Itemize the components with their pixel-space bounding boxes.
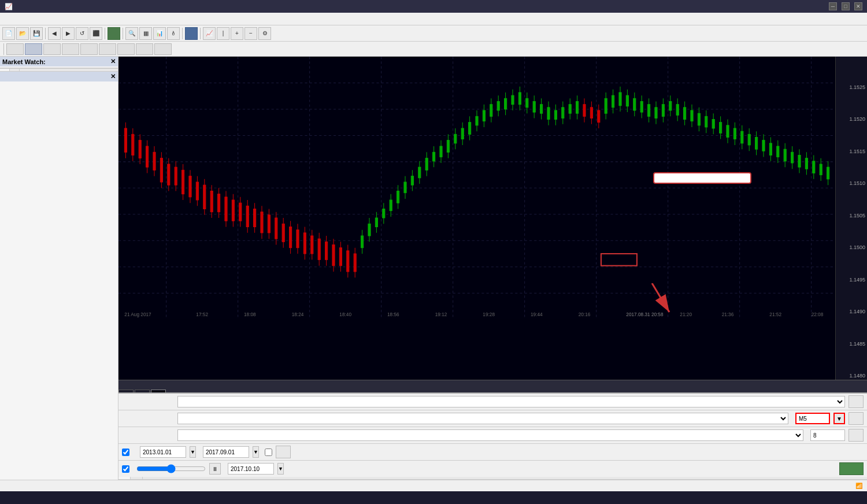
tf-d1[interactable] [117,43,135,55]
menu-tools[interactable] [44,18,53,20]
main-layout: Market Watch: ✕ ✕ [0,57,867,480]
svg-text:18:56: 18:56 [387,312,399,317]
zoom-out-btn[interactable]: − [244,27,257,40]
chart-line-btn[interactable]: 📊 [153,27,166,40]
price-scale: 1.1525 1.1520 1.1515 1.1510 1.1505 1.150… [835,57,867,380]
strategy-tester-panel: ▼ ▼ ▼ [118,392,867,480]
chart-zoom-in[interactable]: 🔍 [125,27,138,40]
period-dropdown[interactable]: ▼ [833,413,845,424]
back-btn[interactable]: ◀ [48,27,61,40]
left-panel: Market Watch: ✕ ✕ [0,57,118,480]
svg-text:18:08: 18:08 [244,312,256,317]
market-watch-title: Market Watch: [2,58,46,65]
tf-m15[interactable] [43,43,61,55]
tf-mn[interactable] [154,43,172,55]
optimization-checkbox[interactable] [265,449,272,456]
chart-svg: 21 Aug 2017 17:52 18:08 18:24 18:40 18:5… [118,57,835,320]
tab-settings[interactable] [118,477,131,479]
chart-candle-btn[interactable]: 🕯 [167,27,180,40]
tf-m30[interactable] [62,43,79,55]
symbol-select[interactable] [177,413,788,424]
save-btn[interactable]: 💾 [30,27,43,40]
svg-text:19:44: 19:44 [531,312,543,317]
visual-pause[interactable]: ⏸ [209,463,221,475]
skip-calendar[interactable]: ▼ [277,463,284,475]
menu-help[interactable] [65,18,74,20]
visual-speed-slider[interactable] [136,465,206,472]
new-order-button[interactable] [108,27,120,40]
price-l6: 1.1500 [836,244,867,250]
tab-journal[interactable] [131,477,143,479]
start-button[interactable] [839,462,864,475]
title-bar-left: 📈 [5,3,16,10]
ea-select[interactable] [177,396,845,407]
menu-view[interactable] [13,18,22,20]
market-watch-close[interactable]: ✕ [110,58,116,65]
close-button[interactable]: ✕ [854,2,862,10]
properties-btn[interactable]: ⚙ [258,27,271,40]
modify-expert-button[interactable] [276,446,291,458]
sep2 [105,28,105,39]
chart-bar-btn[interactable]: ▦ [139,27,152,40]
minimize-button[interactable]: ─ [829,2,837,10]
spread-input[interactable] [810,429,845,441]
to-calendar[interactable]: ▼ [253,446,259,458]
menu-charts[interactable] [34,18,43,20]
svg-text:21 Aug 2017: 21 Aug 2017 [124,312,151,317]
sep5 [200,28,201,39]
new-btn[interactable]: 📄 [2,27,15,40]
forward-btn[interactable]: ▶ [62,27,75,40]
navigator-header: ✕ [0,71,118,81]
menu-window[interactable] [54,18,64,20]
optimization-area [262,449,272,456]
symbol-row: ▼ [118,410,867,427]
maximize-button[interactable]: □ [842,2,850,10]
from-calendar[interactable]: ▼ [190,446,196,458]
navigator-tree [0,81,118,480]
zoom-in-btn[interactable]: + [231,27,243,40]
navigator-close[interactable]: ✕ [110,73,116,80]
chart-area[interactable]: 1.1525 1.1520 1.1515 1.1510 1.1505 1.150… [118,57,867,380]
visual-mode-checkbox[interactable] [122,465,129,473]
price-l3: 1.1515 [836,149,867,154]
stop-btn[interactable]: ⬛ [90,27,102,40]
svg-text:21:36: 21:36 [722,312,734,317]
to-input[interactable] [203,446,249,458]
price-l8: 1.1490 [836,309,867,314]
svg-text:21:20: 21:20 [680,312,692,317]
autotrading-button[interactable] [185,27,198,40]
sep4 [182,28,183,39]
date-row: ▼ ▼ [118,444,867,461]
price-l5: 1.1505 [836,213,867,218]
menu-file[interactable] [2,18,12,20]
open-btn[interactable]: 📂 [16,27,29,40]
visual-row: ⏸ ▼ [118,461,867,477]
use-date-checkbox[interactable] [122,449,129,456]
skip-to-input[interactable] [228,463,274,475]
period-separators-btn[interactable]: | [217,27,229,40]
menu-bar [0,13,867,25]
tf-h4[interactable] [99,43,116,55]
svg-text:19:12: 19:12 [435,312,447,317]
open-chart-button[interactable] [849,429,864,442]
chart-container: 1.1525 1.1520 1.1515 1.1510 1.1505 1.150… [118,57,867,480]
main-toolbar: 📄 📂 💾 ◀ ▶ ↺ ⬛ 🔍 ▦ 📊 🕯 📈 | + − ⚙ [0,25,867,42]
period-input[interactable] [795,413,830,424]
svg-line-235 [652,283,669,312]
refresh-btn[interactable]: ↺ [76,27,88,40]
model-select[interactable] [177,429,803,441]
annotation-arrow [635,283,681,319]
from-input[interactable] [140,446,186,458]
price-low: 1.1480 [836,373,867,379]
tf-m5[interactable] [25,43,42,55]
symbol-properties-button[interactable] [849,412,864,425]
indicators-btn[interactable]: 📈 [203,27,216,40]
tf-h1[interactable] [80,43,98,55]
price-l9: 1.1485 [836,341,867,347]
price-l4: 1.1510 [836,180,867,186]
menu-insert[interactable] [23,18,32,20]
expert-properties-button[interactable] [849,395,864,408]
tf-m1[interactable] [6,43,24,55]
tf-w1[interactable] [136,43,153,55]
price-l1: 1.1525 [836,84,867,90]
